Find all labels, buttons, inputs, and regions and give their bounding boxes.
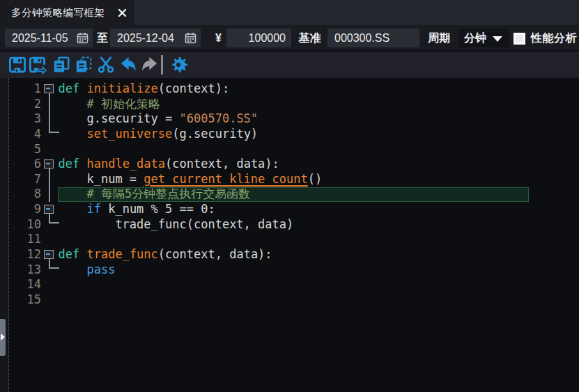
- line-number: 5: [10, 142, 41, 157]
- benchmark-field[interactable]: 000300.SS: [327, 29, 419, 47]
- code-text: if k_num % 5 == 0:: [59, 202, 215, 217]
- code-line: 5: [10, 142, 579, 157]
- line-number: 10: [10, 217, 41, 233]
- save-icon[interactable]: [8, 56, 26, 74]
- line-number: 15: [10, 292, 41, 308]
- code-line: 14: [10, 277, 579, 292]
- fold-gutter: [41, 127, 59, 142]
- strategy-editor-window: 多分钟策略编写框架 2025-11-05 至 2025-12-04: [0, 0, 579, 392]
- chevron-right-icon: [1, 334, 5, 340]
- date-range-to-label: 至: [97, 25, 109, 51]
- line-number: 4: [10, 127, 41, 142]
- period-label: 周期: [428, 25, 451, 51]
- code-line: 12def trade_func(context, data):: [10, 247, 579, 262]
- line-number: 6: [10, 157, 41, 172]
- code-text: pass: [59, 262, 116, 278]
- save-as-icon[interactable]: [29, 56, 47, 74]
- line-number: 14: [10, 277, 41, 292]
- code-text: k_num = get_current_kline_count(): [59, 172, 323, 187]
- line-number: 3: [10, 111, 41, 127]
- code-text: def initialize(context):: [59, 81, 230, 97]
- chevron-down-icon: [493, 36, 502, 42]
- performance-checkbox[interactable]: [514, 33, 525, 45]
- line-number: 2: [10, 97, 41, 112]
- cash-value: 100000: [249, 29, 286, 47]
- cash-field[interactable]: 100000: [226, 29, 291, 47]
- code-text: g.security = "600570.SS": [59, 111, 258, 127]
- fold-gutter: [41, 111, 59, 127]
- code-text: # 初始化策略: [59, 97, 160, 112]
- tab-bar: 多分钟策略编写框架: [0, 0, 579, 25]
- line-number: 11: [10, 232, 41, 247]
- fold-gutter: [41, 292, 59, 308]
- code-line: 2 # 初始化策略: [10, 97, 579, 112]
- code-line: 6def handle_data(context, data):: [10, 157, 579, 172]
- code-line: 15: [10, 292, 579, 308]
- benchmark-label: 基准: [298, 25, 321, 51]
- fold-gutter: [41, 277, 59, 292]
- redo-icon[interactable]: [141, 56, 159, 74]
- fold-gutter: [41, 232, 59, 247]
- params-toolbar: 2025-11-05 至 2025-12-04 ¥: [0, 25, 579, 51]
- cash-currency-label: ¥: [215, 25, 222, 51]
- code-line: 9 if k_num % 5 == 0:: [10, 202, 579, 217]
- calendar-icon[interactable]: [185, 32, 196, 44]
- code-line: 8 # 每隔5分钟整点执行交易函数: [10, 187, 579, 202]
- code-line: 3 g.security = "600570.SS": [10, 111, 579, 127]
- collapsed-side-panel: [0, 78, 9, 392]
- code-text: trade_func(context, data): [59, 217, 294, 233]
- fold-gutter: [41, 97, 59, 112]
- line-number: 9: [10, 202, 41, 217]
- code-text: # 每隔5分钟整点执行交易函数: [59, 187, 251, 202]
- line-number: 1: [10, 81, 41, 97]
- tab-strategy[interactable]: 多分钟策略编写框架: [0, 0, 134, 25]
- tab-title: 多分钟策略编写框架: [11, 0, 105, 25]
- settings-gear-icon[interactable]: [169, 56, 187, 74]
- undo-icon[interactable]: [119, 56, 137, 74]
- start-date-field[interactable]: 2025-11-05: [5, 29, 93, 47]
- tab-close-icon[interactable]: [118, 8, 127, 17]
- fold-gutter: [41, 187, 59, 202]
- fold-toggle-icon[interactable]: [41, 157, 59, 172]
- fold-gutter: [41, 142, 59, 157]
- code-text: def trade_func(context, data):: [59, 247, 272, 262]
- fold-toggle-icon[interactable]: [41, 81, 59, 97]
- end-date-value: 2025-12-04: [117, 29, 174, 47]
- code-line: 11: [10, 232, 579, 247]
- fold-gutter: [41, 217, 59, 233]
- line-number: 12: [10, 247, 41, 262]
- code-line: 1def initialize(context):: [10, 81, 579, 97]
- calendar-icon[interactable]: [77, 32, 88, 44]
- copy-icon[interactable]: [52, 56, 70, 74]
- fold-toggle-icon[interactable]: [41, 202, 59, 217]
- paste-icon[interactable]: [75, 56, 93, 74]
- panel-expand-handle[interactable]: [0, 319, 6, 356]
- line-number: 8: [10, 187, 41, 202]
- code-text: def handle_data(context, data):: [59, 157, 279, 172]
- line-number: 7: [10, 172, 41, 187]
- period-value: 分钟: [464, 29, 486, 47]
- cut-icon[interactable]: [97, 56, 115, 74]
- start-date-value: 2025-11-05: [12, 29, 68, 47]
- code-line: 7 k_num = get_current_kline_count(): [10, 172, 579, 187]
- code-area[interactable]: 1def initialize(context):2 # 初始化策略3 g.se…: [10, 81, 579, 308]
- toolbar-separator: [161, 55, 163, 75]
- edit-toolbar: [0, 52, 579, 78]
- code-text: set_universe(g.security): [59, 127, 258, 142]
- line-number: 13: [10, 262, 41, 278]
- fold-gutter: [41, 262, 59, 278]
- fold-gutter: [41, 172, 59, 187]
- end-date-field[interactable]: 2025-12-04: [110, 29, 201, 47]
- period-dropdown[interactable]: 分钟: [458, 29, 509, 47]
- code-line: 10 trade_func(context, data): [10, 217, 579, 233]
- fold-toggle-icon[interactable]: [41, 247, 59, 262]
- code-editor[interactable]: 1def initialize(context):2 # 初始化策略3 g.se…: [0, 78, 579, 392]
- code-lines: 1def initialize(context):2 # 初始化策略3 g.se…: [10, 81, 579, 308]
- performance-label: 性能分析: [531, 25, 577, 51]
- code-line: 13 pass: [10, 262, 579, 278]
- code-line: 4 set_universe(g.security): [10, 127, 579, 142]
- benchmark-value: 000300.SS: [334, 29, 389, 47]
